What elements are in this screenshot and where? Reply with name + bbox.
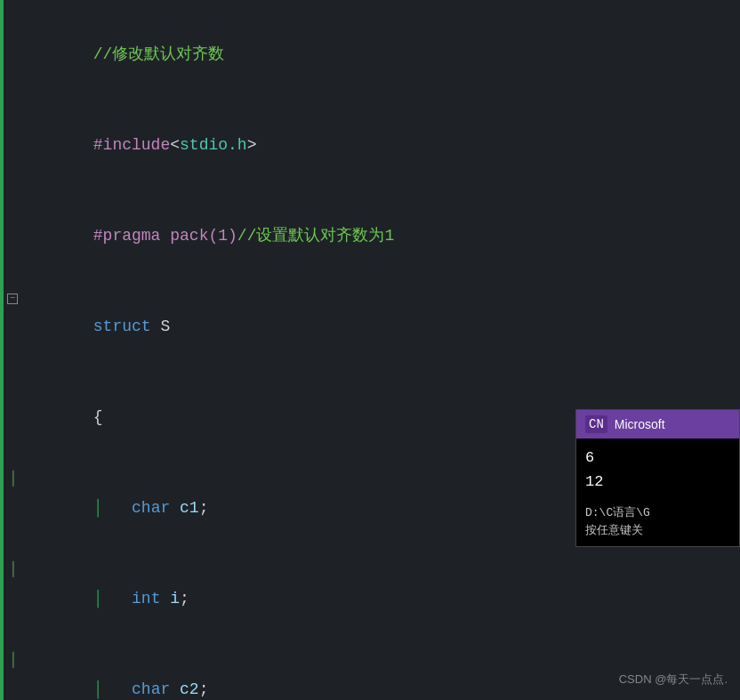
space-7 — [103, 590, 132, 607]
gutter-4: − — [0, 294, 27, 304]
line-content-4: struct S — [27, 281, 740, 372]
terminal-output-2: 12 — [585, 470, 730, 494]
indent-bar-7: │ — [93, 590, 103, 607]
watermark: CSDN @每天一点点. — [619, 672, 728, 688]
semi-1: ; — [199, 499, 209, 517]
terminal-footer: D:\C语言\G 按任意键关 — [576, 501, 739, 546]
var-i: i — [170, 590, 180, 607]
indent-bar-8: │ — [93, 680, 103, 698]
line-content-7: │ int i; — [27, 553, 740, 644]
terminal-output-1: 6 — [585, 446, 730, 470]
terminal-overlay: CN Microsoft 6 12 D:\C语言\G 按任意键关 — [575, 409, 740, 547]
semi-2: ; — [180, 590, 189, 607]
var-c2: c2 — [180, 680, 199, 698]
terminal-icon: CN — [585, 415, 607, 433]
code-line-1: //修改默认对齐数 — [0, 9, 740, 100]
code-line-4: − struct S — [0, 281, 740, 372]
terminal-body: 6 12 — [576, 439, 739, 501]
code-line-3: #pragma pack(1)//设置默认对齐数为1 — [0, 190, 740, 281]
line-content-3: #pragma pack(1)//设置默认对齐数为1 — [27, 190, 740, 281]
code-line-7: │ │ int i; — [0, 553, 740, 644]
include-bracket-close: > — [247, 136, 257, 154]
terminal-title: Microsoft — [615, 417, 665, 431]
space-6 — [103, 499, 132, 517]
open-brace-1: { — [93, 408, 103, 426]
space-8 — [103, 680, 132, 698]
struct-keyword-1: struct — [93, 318, 161, 335]
line-content-2: #include<stdio.h> — [27, 100, 740, 190]
terminal-footer-line2: 按任意键关 — [585, 522, 730, 540]
indent-bar-6: │ — [93, 499, 103, 517]
struct-s-name: S — [160, 318, 170, 335]
char-keyword-2: char — [132, 680, 180, 698]
terminal-header: CN Microsoft — [576, 410, 739, 439]
gutter-7: │ — [0, 554, 27, 584]
semi-3: ; — [199, 680, 209, 698]
include-bracket-open: < — [170, 136, 180, 154]
comment-text-1: //修改默认对齐数 — [93, 45, 225, 63]
pragma1-keyword: #pragma pack(1) — [93, 227, 237, 245]
int-keyword-1: int — [132, 590, 170, 607]
terminal-footer-line1: D:\C语言\G — [585, 504, 730, 522]
line-content-1: //修改默认对齐数 — [27, 9, 740, 100]
include-keyword: #include — [93, 136, 170, 154]
include-file: stdio.h — [180, 136, 247, 154]
char-keyword-1: char — [132, 499, 180, 517]
collapse-struct-s[interactable]: − — [7, 294, 18, 304]
gutter-8: │ — [0, 645, 27, 675]
code-editor: //修改默认对齐数 #include<stdio.h> #pragma pack… — [0, 0, 740, 700]
code-line-2: #include<stdio.h> — [0, 100, 740, 190]
gutter-6: │ — [0, 463, 27, 494]
var-c1: c1 — [180, 499, 199, 517]
pragma1-comment: //设置默认对齐数为1 — [237, 227, 394, 245]
